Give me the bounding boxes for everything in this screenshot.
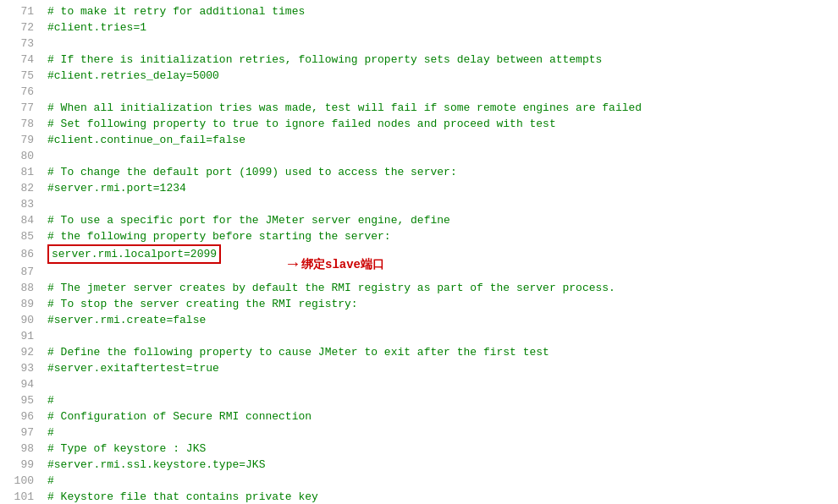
line-content: #server.exitaftertest=true xyxy=(47,360,219,376)
code-line: 75#client.retries_delay=5000 xyxy=(0,68,838,84)
code-line: 76 xyxy=(0,84,838,100)
code-line: 82#server.rmi.port=1234 xyxy=(0,180,838,196)
code-line: 74# If there is initialization retries, … xyxy=(0,52,838,68)
line-number: 92 xyxy=(7,344,34,360)
line-content: # the following property before starting… xyxy=(47,228,391,244)
highlighted-code: server.rmi.localport=2099 xyxy=(47,244,221,264)
line-number: 87 xyxy=(7,264,34,280)
code-line: 89# To stop the server creating the RMI … xyxy=(0,296,838,312)
line-number: 95 xyxy=(7,392,34,408)
line-content: # xyxy=(47,473,54,489)
line-content: # Configuration of Secure RMI connection xyxy=(47,408,311,425)
code-line: 81# To change the default port (1099) us… xyxy=(0,164,838,180)
code-line: 88# The jmeter server creates by default… xyxy=(0,280,838,296)
code-line: 99#server.rmi.ssl.keystore.type=JKS xyxy=(0,457,838,473)
line-number: 94 xyxy=(7,376,34,392)
code-line: 79#client.continue_on_fail=false xyxy=(0,132,838,148)
line-content: #client.tries=1 xyxy=(47,19,146,36)
line-number: 90 xyxy=(7,312,34,328)
code-line: 97# xyxy=(0,425,838,441)
line-content: server.rmi.localport=2099 xyxy=(47,244,221,264)
line-number: 82 xyxy=(7,180,34,196)
line-content: # The jmeter server creates by default t… xyxy=(47,280,615,296)
line-number: 74 xyxy=(7,52,34,68)
line-number: 98 xyxy=(7,441,34,457)
code-line: 98# Type of keystore : JKS xyxy=(0,441,838,457)
line-number: 73 xyxy=(7,36,34,52)
arrow-icon: → xyxy=(288,255,298,274)
line-content: # To change the default port (1099) used… xyxy=(47,164,457,180)
line-number: 75 xyxy=(7,68,34,84)
line-content: #server.rmi.create=false xyxy=(47,312,206,328)
line-content: # to make it retry for additional times xyxy=(47,3,305,19)
line-number: 72 xyxy=(7,19,34,36)
line-content: # If there is initialization retries, fo… xyxy=(47,52,602,68)
line-number: 101 xyxy=(7,489,34,504)
code-line: 72#client.tries=1 xyxy=(0,19,838,36)
line-content: # Keystore file that contains private ke… xyxy=(47,489,318,504)
line-number: 99 xyxy=(7,457,34,473)
code-line: 92# Define the following property to cau… xyxy=(0,344,838,360)
line-content: #client.continue_on_fail=false xyxy=(47,132,245,148)
code-line: 71# to make it retry for additional time… xyxy=(0,3,838,19)
line-content: # To stop the server creating the RMI re… xyxy=(47,296,358,312)
code-line: 85# the following property before starti… xyxy=(0,228,838,244)
line-content: #server.rmi.port=1234 xyxy=(47,180,186,196)
line-number: 84 xyxy=(7,212,34,228)
code-line: 73 xyxy=(0,36,838,52)
line-number: 86 xyxy=(7,246,34,262)
line-number: 96 xyxy=(7,408,34,425)
line-number: 85 xyxy=(7,228,34,244)
line-number: 77 xyxy=(7,100,34,116)
code-line: 86server.rmi.localport=2099 xyxy=(0,244,838,264)
line-number: 89 xyxy=(7,296,34,312)
line-number: 91 xyxy=(7,328,34,344)
code-line: 101# Keystore file that contains private… xyxy=(0,489,838,504)
annotation-text: 绑定slave端口 xyxy=(301,257,384,272)
line-number: 93 xyxy=(7,360,34,376)
code-line: 77# When all initialization tries was ma… xyxy=(0,100,838,116)
line-content: #client.retries_delay=5000 xyxy=(47,68,219,84)
line-content: # When all initialization tries was made… xyxy=(47,100,642,116)
code-line: 93#server.exitaftertest=true xyxy=(0,360,838,376)
line-number: 80 xyxy=(7,148,34,164)
code-line: 96# Configuration of Secure RMI connecti… xyxy=(0,408,838,425)
line-content: # To use a specific port for the JMeter … xyxy=(47,212,450,228)
code-container: 71# to make it retry for additional time… xyxy=(0,0,838,504)
line-number: 71 xyxy=(7,3,34,19)
line-number: 81 xyxy=(7,164,34,180)
code-line: 100# xyxy=(0,473,838,489)
code-line: 80 xyxy=(0,148,838,164)
line-content: # Define the following property to cause… xyxy=(47,344,549,360)
code-line: 90#server.rmi.create=false xyxy=(0,312,838,328)
code-line: 87 xyxy=(0,264,838,280)
code-line: 78# Set following property to true to ig… xyxy=(0,116,838,132)
code-line: 84# To use a specific port for the JMete… xyxy=(0,212,838,228)
line-number: 88 xyxy=(7,280,34,296)
code-line: 83 xyxy=(0,196,838,212)
line-content: # Set following property to true to igno… xyxy=(47,116,556,132)
code-line: 95# xyxy=(0,392,838,408)
line-number: 97 xyxy=(7,425,34,441)
line-content: # xyxy=(47,425,54,441)
line-number: 79 xyxy=(7,132,34,148)
code-line: 94 xyxy=(0,376,838,392)
line-content: # Type of keystore : JKS xyxy=(47,441,206,457)
line-number: 100 xyxy=(7,473,34,489)
annotation-arrow: → 绑定slave端口 xyxy=(288,255,384,274)
code-line: 91 xyxy=(0,328,838,344)
line-number: 76 xyxy=(7,84,34,100)
line-content: #server.rmi.ssl.keystore.type=JKS xyxy=(47,457,265,473)
line-number: 83 xyxy=(7,196,34,212)
line-number: 78 xyxy=(7,116,34,132)
line-content: # xyxy=(47,392,54,408)
